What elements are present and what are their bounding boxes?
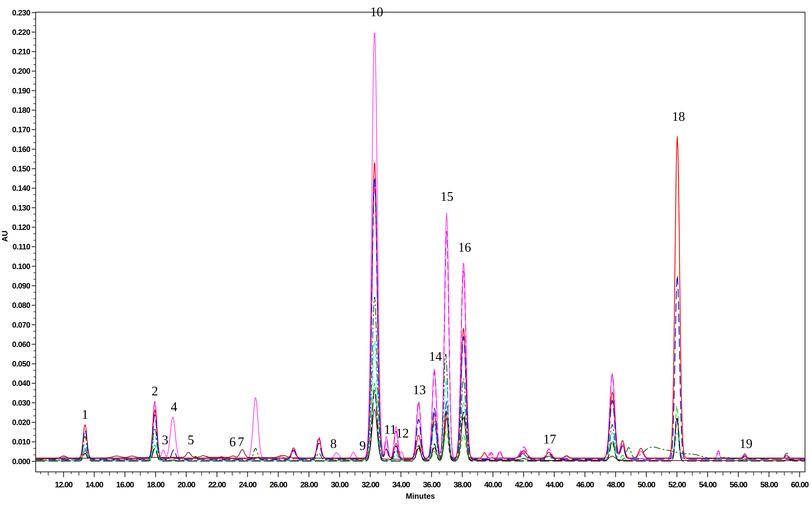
x-tick-label: 36.00 [423, 480, 441, 489]
y-tick-label: 0.030 [12, 398, 30, 407]
x-tick-label: 44.00 [546, 480, 564, 489]
x-tick-label: 56.00 [729, 480, 747, 489]
x-axis-title: Minutes [406, 492, 435, 501]
peak-label-3: 3 [162, 433, 168, 447]
y-tick-label: 0.010 [12, 437, 30, 446]
peak-label-14: 14 [429, 349, 442, 364]
x-tick-label: 60.00 [791, 480, 809, 489]
x-tick-label: 20.00 [178, 480, 195, 489]
y-tick-label: 0.210 [12, 47, 30, 56]
x-tick-label: 54.00 [699, 480, 717, 489]
plot-border [36, 12, 805, 472]
x-tick-label: 50.00 [638, 480, 655, 489]
y-tick-label: 0.090 [12, 282, 30, 290]
trace-red [36, 136, 805, 458]
peak-label-6: 6 [229, 435, 236, 449]
x-axis: 12.0014.0016.0018.0020.0022.0024.0026.00… [41, 472, 809, 501]
peak-label-8: 8 [330, 436, 337, 451]
y-tick-label: 0.060 [12, 340, 30, 349]
y-tick-label: 0.070 [12, 321, 30, 329]
x-tick-label: 52.00 [668, 480, 686, 489]
peak-label-10: 10 [370, 5, 383, 19]
x-tick-label: 32.00 [361, 480, 379, 489]
peak-label-5: 5 [188, 433, 194, 447]
peak-label-15: 15 [440, 189, 453, 204]
chromatogram-page: 0.0000.0100.0200.0300.0400.0500.0600.070… [0, 0, 812, 508]
y-tick-label: 0.110 [12, 243, 30, 251]
y-tick-label: 0.120 [12, 223, 30, 232]
x-tick-label: 48.00 [607, 480, 625, 489]
peak-label-2: 2 [152, 384, 158, 398]
traces [36, 33, 805, 461]
peak-label-4: 4 [171, 399, 177, 414]
x-tick-label: 18.00 [147, 480, 165, 489]
x-tick-label: 16.00 [116, 480, 134, 489]
peak-label-7: 7 [238, 435, 244, 449]
x-tick-label: 12.00 [55, 480, 73, 489]
peak-label-18: 18 [672, 110, 685, 124]
peak-label-12: 12 [396, 426, 409, 440]
x-tick-label: 26.00 [270, 480, 287, 489]
x-tick-label: 22.00 [208, 480, 226, 489]
x-tick-label: 14.00 [85, 480, 103, 489]
peak-label-11: 11 [384, 422, 396, 436]
x-tick-label: 40.00 [484, 480, 502, 489]
y-axis-title: AU [0, 231, 9, 242]
y-tick-label: 0.200 [12, 67, 30, 76]
y-tick-label: 0.140 [12, 184, 30, 193]
x-tick-label: 38.00 [454, 480, 471, 489]
peak-label-16: 16 [458, 240, 471, 254]
y-tick-label: 0.000 [12, 457, 30, 466]
x-tick-label: 42.00 [515, 480, 533, 489]
x-tick-label: 34.00 [392, 480, 410, 489]
y-tick-label: 0.080 [12, 301, 30, 310]
y-tick-label: 0.180 [12, 106, 30, 115]
y-tick-label: 0.100 [12, 262, 30, 271]
trace-magenta [36, 185, 805, 459]
x-tick-label: 30.00 [331, 480, 349, 489]
peak-label-13: 13 [413, 383, 426, 397]
x-tick-label: 58.00 [760, 480, 778, 489]
x-tick-label: 28.00 [300, 480, 318, 489]
y-tick-label: 0.040 [12, 379, 30, 388]
y-axis: 0.0000.0100.0200.0300.0400.0500.0600.070… [0, 8, 36, 466]
peak-label-17: 17 [543, 432, 556, 446]
peak-label-19: 19 [739, 436, 752, 451]
chromatogram-plot: 0.0000.0100.0200.0300.0400.0500.0600.070… [0, 0, 812, 508]
y-tick-label: 0.050 [12, 359, 30, 368]
y-tick-label: 0.230 [12, 8, 30, 17]
y-tick-label: 0.190 [12, 86, 30, 95]
y-tick-label: 0.170 [12, 125, 30, 134]
y-tick-label: 0.020 [12, 418, 30, 427]
peak-label-1: 1 [82, 407, 88, 422]
peak-label-9: 9 [359, 438, 366, 453]
y-tick-label: 0.130 [12, 204, 30, 212]
trace-dark-green [36, 297, 805, 460]
y-tick-label: 0.160 [12, 145, 30, 154]
peak-labels: 12345678910111213141516171819 [82, 5, 752, 453]
x-tick-label: 24.00 [239, 480, 257, 489]
y-tick-label: 0.220 [12, 28, 30, 37]
y-tick-label: 0.150 [12, 164, 30, 173]
x-tick-label: 46.00 [576, 480, 594, 489]
